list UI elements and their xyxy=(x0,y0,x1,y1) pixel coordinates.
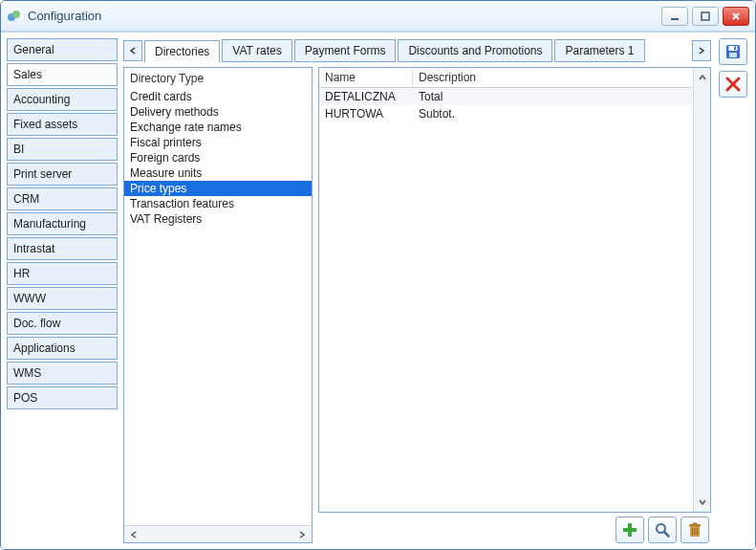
sidebar-item-doc-flow[interactable]: Doc. flow xyxy=(7,312,118,335)
window-controls xyxy=(661,7,749,26)
directory-item[interactable]: Foreign cards xyxy=(124,150,312,165)
tab-parameters-1[interactable]: Parameters 1 xyxy=(554,39,644,62)
details-table: Name Description DETALICZNATotalHURTOWAS… xyxy=(318,67,711,513)
horizontal-scrollbar[interactable] xyxy=(124,525,312,542)
sidebar-item-crm[interactable]: CRM xyxy=(7,187,118,210)
tabs-container: DirectoriesVAT ratesPayment FormsDiscoun… xyxy=(144,39,645,62)
svg-rect-10 xyxy=(693,523,698,525)
svg-rect-16 xyxy=(729,53,737,57)
scroll-up-icon[interactable] xyxy=(696,70,709,85)
app-icon xyxy=(7,9,22,24)
sidebar-item-accounting[interactable]: Accounting xyxy=(7,88,118,111)
titlebar: Configuration xyxy=(1,1,755,32)
directory-item[interactable]: Exchange rate names xyxy=(124,120,312,135)
config-window: Configuration GeneralSalesAccountingFixe… xyxy=(0,0,756,550)
sidebar-item-fixed-assets[interactable]: Fixed assets xyxy=(7,113,118,136)
directory-item[interactable]: Delivery methods xyxy=(124,104,312,120)
delete-button[interactable] xyxy=(680,517,709,543)
view-button[interactable] xyxy=(648,517,677,543)
column-header-description[interactable]: Description xyxy=(413,68,710,87)
right-toolbar xyxy=(717,38,749,543)
sidebar-item-wms[interactable]: WMS xyxy=(7,362,118,385)
table-row[interactable]: DETALICZNATotal xyxy=(319,88,710,105)
sidebar-item-print-server[interactable]: Print server xyxy=(7,163,118,186)
tab-payment-forms[interactable]: Payment Forms xyxy=(294,39,397,62)
main-panel: DirectoriesVAT ratesPayment FormsDiscoun… xyxy=(123,38,711,543)
svg-rect-17 xyxy=(734,47,736,51)
sidebar-item-pos[interactable]: POS xyxy=(7,386,118,409)
directory-item[interactable]: Measure units xyxy=(124,165,312,181)
svg-rect-2 xyxy=(671,18,679,20)
sidebar-item-general[interactable]: General xyxy=(7,38,118,61)
tab-scroll-right[interactable] xyxy=(692,40,711,61)
scroll-down-icon[interactable] xyxy=(696,495,709,510)
sidebar: GeneralSalesAccountingFixed assetsBIPrin… xyxy=(7,38,118,543)
tab-vat-rates[interactable]: VAT rates xyxy=(222,39,292,62)
sidebar-item-www[interactable]: WWW xyxy=(7,287,118,310)
sidebar-item-sales[interactable]: Sales xyxy=(7,63,118,86)
directory-type-panel: Directory Type Credit cardsDelivery meth… xyxy=(123,67,313,543)
column-header-name[interactable]: Name xyxy=(319,68,413,87)
cell-name: HURTOWA xyxy=(319,105,413,122)
tab-discounts-and-promotions[interactable]: Discounts and Promotions xyxy=(398,39,552,62)
tab-directories[interactable]: Directories xyxy=(144,40,220,63)
cancel-button[interactable] xyxy=(719,71,747,98)
table-header: Name Description xyxy=(319,68,710,88)
directory-item[interactable]: Transaction features xyxy=(124,196,312,211)
cell-description: Subtot. xyxy=(413,105,710,122)
cell-name: DETALICZNA xyxy=(319,88,413,105)
sidebar-item-applications[interactable]: Applications xyxy=(7,337,118,360)
svg-line-7 xyxy=(664,532,669,537)
tabstrip: DirectoriesVAT ratesPayment FormsDiscoun… xyxy=(123,38,711,63)
minimize-button[interactable] xyxy=(661,7,688,26)
sidebar-item-intrastat[interactable]: Intrastat xyxy=(7,237,118,260)
close-button[interactable] xyxy=(723,7,749,26)
details-column: Name Description DETALICZNATotalHURTOWAS… xyxy=(318,67,711,543)
sidebar-item-bi[interactable]: BI xyxy=(7,138,118,161)
cell-description: Total xyxy=(413,88,710,105)
scroll-right-icon[interactable] xyxy=(294,528,310,541)
directory-item[interactable]: Credit cards xyxy=(124,89,312,104)
table-row[interactable]: HURTOWASubtot. xyxy=(319,105,710,122)
window-body: GeneralSalesAccountingFixed assetsBIPrin… xyxy=(1,32,755,549)
tab-content: Directory Type Credit cardsDelivery meth… xyxy=(123,67,711,543)
sidebar-item-hr[interactable]: HR xyxy=(7,262,118,285)
directory-item[interactable]: VAT Registers xyxy=(124,211,312,227)
save-button[interactable] xyxy=(719,38,747,65)
directory-item[interactable]: Price types xyxy=(124,181,312,196)
svg-point-1 xyxy=(12,11,20,18)
directory-item[interactable]: Fiscal printers xyxy=(124,135,312,150)
action-buttons xyxy=(318,517,711,543)
table-body: DETALICZNATotalHURTOWASubtot. xyxy=(319,88,710,512)
vertical-scrollbar[interactable] xyxy=(693,68,710,512)
maximize-button[interactable] xyxy=(692,7,719,26)
add-button[interactable] xyxy=(616,517,644,543)
svg-rect-15 xyxy=(729,46,738,51)
directory-type-list[interactable]: Credit cardsDelivery methodsExchange rat… xyxy=(124,89,312,525)
svg-rect-5 xyxy=(623,528,637,532)
window-title: Configuration xyxy=(28,9,661,23)
sidebar-item-manufacturing[interactable]: Manufacturing xyxy=(7,212,118,235)
svg-rect-3 xyxy=(702,12,709,20)
directory-type-header: Directory Type xyxy=(124,68,312,89)
tab-scroll-left[interactable] xyxy=(123,40,142,61)
scroll-left-icon[interactable] xyxy=(126,528,141,541)
